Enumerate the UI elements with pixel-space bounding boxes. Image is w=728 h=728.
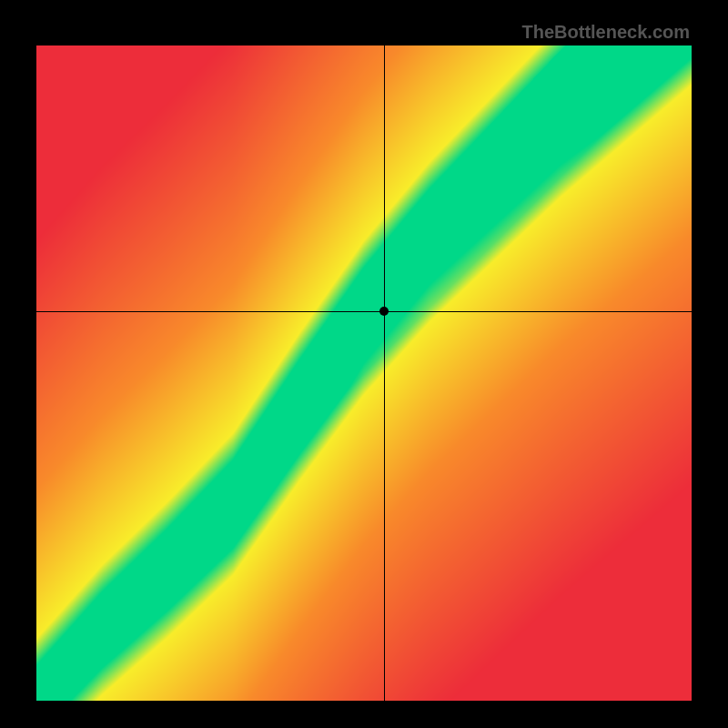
- crosshair-vertical: [384, 46, 385, 701]
- heatmap-canvas: [36, 46, 692, 701]
- marker-point: [379, 307, 389, 316]
- watermark-label: TheBottleneck.com: [522, 22, 690, 43]
- crosshair-horizontal: [36, 311, 692, 312]
- heatmap-plot: [36, 46, 692, 701]
- chart-container: TheBottleneck.com: [18, 18, 710, 710]
